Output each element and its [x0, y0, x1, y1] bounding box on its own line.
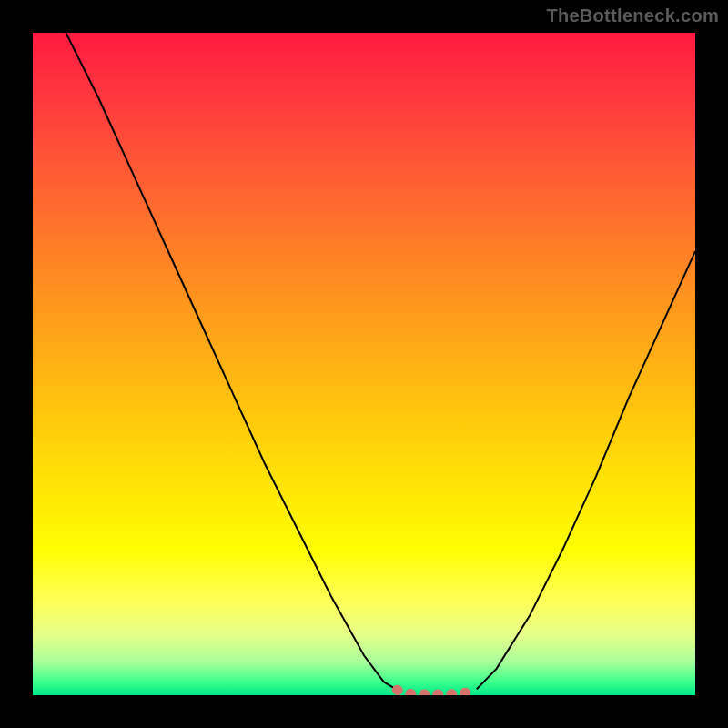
watermark-text: TheBottleneck.com	[546, 5, 719, 26]
v-curve	[66, 33, 695, 694]
curve-layer	[33, 33, 695, 695]
right-branch	[477, 251, 695, 689]
chart-frame: TheBottleneck.com	[0, 0, 728, 728]
left-branch	[66, 33, 397, 690]
plot-area	[33, 33, 695, 695]
valley-marker	[397, 689, 476, 694]
